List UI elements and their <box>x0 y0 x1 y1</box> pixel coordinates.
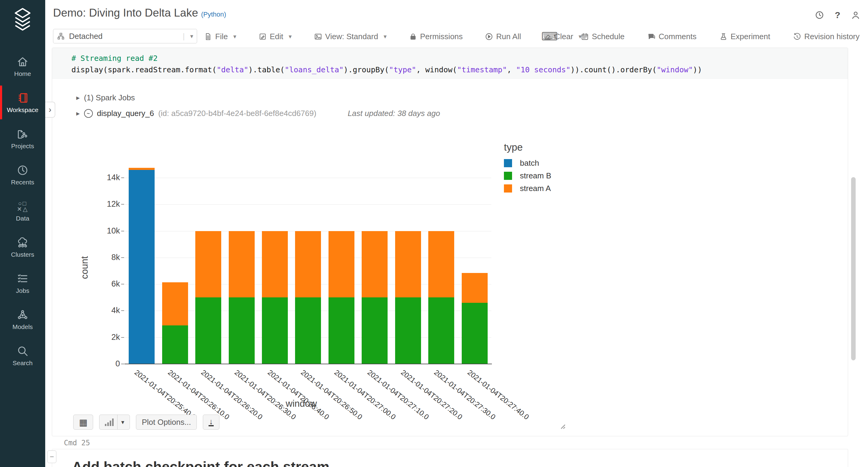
code-token-string: "timestamp" <box>457 65 507 74</box>
download-button[interactable]: ↓ <box>203 414 219 430</box>
recents-icon <box>16 164 29 177</box>
code-token-string: "loans_delta" <box>284 65 344 74</box>
code-token-plain: ).table( <box>248 65 284 74</box>
toolbar-button-label: Schedule <box>592 32 624 41</box>
schedule-button[interactable]: Schedule <box>581 32 624 41</box>
search-icon <box>16 345 29 357</box>
sidebar-item-data[interactable]: ○□✕△Data <box>0 193 45 229</box>
sidebar-item-recents[interactable]: Recents <box>0 157 45 193</box>
databricks-logo-icon[interactable] <box>13 7 32 33</box>
plot-options-button[interactable]: Plot Options... <box>136 414 196 430</box>
toolbar-button-label: File <box>215 32 228 41</box>
toolbar-button-label: Run All <box>496 32 521 41</box>
sidebar-item-search[interactable]: Search <box>0 337 45 374</box>
stream-query-row: ▶ ~ display_query_6 (id: a5ca9720-b4bf-4… <box>76 109 440 118</box>
sidebar-item-label: Recents <box>11 179 34 186</box>
view-standard-button[interactable]: View: Standard▾ <box>314 32 387 41</box>
notebook-language: (Python) <box>201 10 226 18</box>
code-token-string: "10 seconds" <box>516 65 570 74</box>
keyboard-icon: ⌨ <box>541 32 558 41</box>
comments-button[interactable]: Comments <box>647 32 696 41</box>
toolbar-button-label: View: Standard <box>325 32 378 41</box>
home-icon <box>16 56 29 68</box>
sidebar-item-models[interactable]: Models <box>0 301 45 337</box>
sidebar-item-label: Search <box>13 360 33 367</box>
file-button[interactable]: File▾ <box>204 32 236 41</box>
sidebar-expand-handle[interactable]: › <box>45 102 55 118</box>
status-clock-icon[interactable] <box>814 10 825 20</box>
chevron-down-icon: ▾ <box>233 33 236 40</box>
sidebar-item-workspace[interactable]: Workspace <box>0 84 45 121</box>
sidebar-item-label: Projects <box>11 143 34 150</box>
code-token-plain: , window( <box>416 65 457 74</box>
sidebar-item-label: Workspace <box>7 106 38 114</box>
button-label: Plot Options... <box>142 417 191 427</box>
code-token-string: "window" <box>657 65 693 74</box>
sidebar-item-label: Clusters <box>11 251 34 258</box>
code-token-plain: )) <box>693 65 702 74</box>
keyboard-button[interactable]: ⌨ <box>541 32 558 41</box>
history-icon <box>793 33 801 41</box>
sidebar-item-label: Home <box>14 70 31 77</box>
chevron-down-icon: ▾ <box>121 418 124 426</box>
cmd-number-label: Cmd 25 <box>64 439 90 447</box>
chevron-down-icon: ▾ <box>190 33 193 40</box>
comments-icon <box>647 33 655 41</box>
button-divider <box>117 415 118 429</box>
query-last-updated: Last updated: 38 days ago <box>348 109 440 118</box>
table-view-button[interactable]: ▦ <box>73 414 93 430</box>
resize-handle-icon[interactable] <box>558 422 566 430</box>
scrollbar-thumb[interactable] <box>851 177 856 360</box>
query-name: display_query_6 <box>97 109 154 118</box>
cluster-select[interactable]: Detached | ▾ <box>53 29 197 43</box>
experiment-button[interactable]: Experiment <box>719 32 770 41</box>
toolbar-button-label: Edit <box>270 32 283 41</box>
query-id: (id: a5ca9720-b4bf-4e24-be8f-6ef8e4cd676… <box>158 109 316 118</box>
code-token-plain: ).groupBy( <box>344 65 389 74</box>
toolbar-left-group: File▾Edit▾View: Standard▾PermissionsRun … <box>204 28 582 45</box>
sidebar-item-home[interactable]: Home <box>0 48 45 84</box>
toolbar-button-label: Revision history <box>804 32 860 41</box>
bar-chart-icon <box>105 418 114 426</box>
schedule-icon <box>581 33 589 41</box>
toolbar-button-label: Experiment <box>731 32 770 41</box>
code-token-plain: display(spark.readStream.format( <box>71 65 217 74</box>
chart-type-button[interactable]: ▾ <box>99 414 130 430</box>
expander-arrow-icon[interactable]: ▶ <box>76 111 80 116</box>
expander-arrow-icon[interactable]: ▶ <box>76 95 80 101</box>
run-all-icon <box>485 33 493 41</box>
jobs-icon <box>16 272 29 285</box>
spark-jobs-label: (1) Spark Jobs <box>84 93 135 102</box>
code-line: display(spark.readStream.format("delta")… <box>71 64 848 75</box>
file-icon <box>204 33 212 41</box>
experiment-icon <box>719 33 727 41</box>
permissions-button[interactable]: Permissions <box>409 32 463 41</box>
projects-icon <box>16 128 29 141</box>
code-editor[interactable]: # Streaming read #2 display(spark.readSt… <box>52 48 848 79</box>
account-icon[interactable] <box>850 10 861 20</box>
sidebar-item-projects[interactable]: Projects <box>0 121 45 157</box>
chart-controls: ▦▾Plot Options...↓ <box>73 414 219 430</box>
sidebar-item-jobs[interactable]: Jobs <box>0 265 45 301</box>
edit-button[interactable]: Edit▾ <box>258 32 292 41</box>
code-token-plain: , <box>507 65 516 74</box>
sidebar-nav: HomeWorkspaceProjectsRecents○□✕△DataClus… <box>0 48 45 374</box>
workspace-icon <box>16 92 29 104</box>
revision-history-button[interactable]: Revision history <box>793 32 860 41</box>
collapse-cell-button[interactable]: − <box>47 450 56 463</box>
toolbar-button-label: Comments <box>658 32 696 41</box>
stream-status-icon: ~ <box>84 109 93 118</box>
sidebar-item-clusters[interactable]: Clusters <box>0 229 45 265</box>
code-comment-line: # Streaming read #2 <box>71 53 848 64</box>
code-token-plain: )).count().orderBy( <box>570 65 657 74</box>
notebook-toolbar: Detached | ▾ File▾Edit▾View: Standard▾Pe… <box>45 28 868 45</box>
code-token-string: "type" <box>389 65 416 74</box>
download-icon: ↓ <box>209 418 214 426</box>
models-icon <box>16 309 29 321</box>
sitemap-icon <box>57 32 65 40</box>
run-all-button[interactable]: Run All <box>485 32 521 41</box>
data-icon: ○□✕△ <box>16 200 29 213</box>
toolbar-button-label: Permissions <box>420 32 463 41</box>
clusters-icon <box>16 236 29 249</box>
help-icon[interactable]: ? <box>832 10 843 20</box>
